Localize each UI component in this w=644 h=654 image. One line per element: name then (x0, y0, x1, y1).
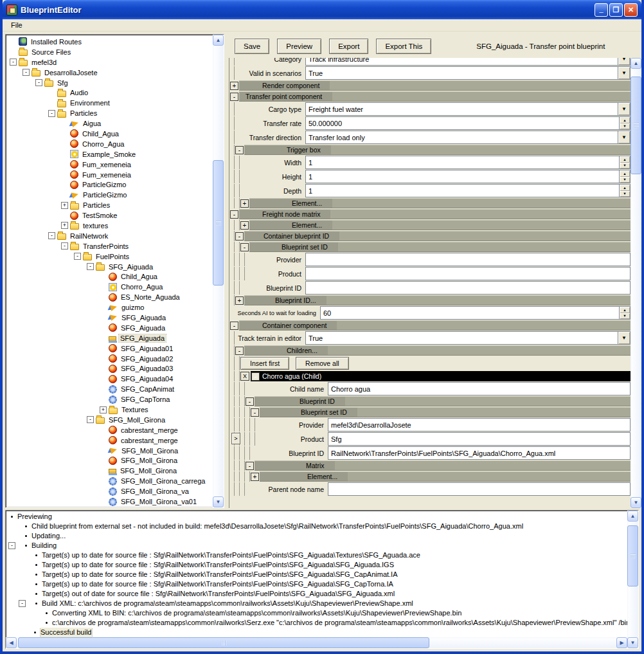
tree-item[interactable]: -mefel3d (6, 57, 213, 68)
log-line[interactable]: Target(s) up to date for source file : S… (6, 579, 627, 589)
section-header-bar[interactable]: Blueprint set ID (249, 242, 631, 252)
save-button[interactable]: Save (235, 39, 269, 54)
field-value[interactable] (305, 253, 631, 266)
spinner-control[interactable] (619, 307, 630, 319)
tree-scroll-track[interactable] (213, 46, 224, 496)
tree-item[interactable]: SFG_Aiguada (6, 333, 213, 343)
tree-item[interactable]: cabrestant_merge (6, 435, 213, 446)
field-value-text[interactable]: 1 (306, 173, 619, 181)
section-expander-icon[interactable]: - (235, 232, 244, 241)
tree-item-label[interactable]: SFG_Aiguada (120, 324, 166, 332)
log-hscroll-track[interactable] (17, 637, 616, 648)
tree-item[interactable]: -RailNetwork (6, 231, 213, 241)
tree-item-label[interactable]: SFG_Aiguada (119, 334, 166, 342)
tree-item-label[interactable]: ParticleGizmo (82, 191, 128, 199)
tree-item-label[interactable]: ParticleGizmo (81, 181, 127, 188)
child-expander-icon[interactable]: - (251, 372, 260, 381)
dropdown-arrow-icon[interactable] (618, 67, 630, 79)
tree-item-label[interactable]: Aigua (82, 120, 102, 127)
tree-item[interactable]: Aigua (6, 118, 213, 129)
scroll-left-icon[interactable] (6, 637, 17, 648)
field-value[interactable]: RailNetwork\TransferPoints\FuelPoints\SF… (328, 446, 631, 460)
section-header-bar[interactable]: Element... (249, 220, 631, 230)
field-value[interactable]: True (305, 331, 631, 345)
spin-up-icon[interactable] (620, 170, 630, 177)
scroll-up-icon[interactable] (627, 511, 638, 522)
remove-all-button[interactable]: Remove all (296, 357, 349, 370)
tree-item-label[interactable]: SFG_Aiguada (120, 314, 167, 322)
tree-item[interactable]: guizmo (6, 302, 213, 313)
tree-item[interactable]: -Sfg (6, 78, 213, 88)
tree-expander-icon[interactable]: - (35, 79, 42, 86)
field-value[interactable]: Freight fuel water (305, 102, 631, 116)
tree-item-label[interactable]: SFG_Moll_Girona_va (120, 487, 190, 495)
tree-item-label[interactable]: ES_Norte_Aguada (120, 293, 181, 301)
log-line[interactable]: Target(s) up to date for source file : S… (6, 560, 627, 570)
tree-expander-icon[interactable]: - (74, 253, 81, 260)
tree-expander-icon[interactable]: + (100, 406, 107, 413)
tree-item-label[interactable]: textures (82, 222, 109, 230)
dropdown-arrow-icon[interactable] (618, 332, 630, 344)
tree-item[interactable]: +Textures (6, 404, 213, 415)
tree-item-label[interactable]: RailNetwork (69, 232, 109, 240)
tree-item[interactable]: -Particles (6, 108, 213, 118)
field-value-text[interactable]: Freight fuel water (306, 105, 618, 113)
tree-vertical-scrollbar[interactable] (213, 35, 224, 507)
tree-item[interactable]: Fum_xemeneia (6, 159, 213, 170)
tree-item[interactable]: cabrestant_merge (6, 425, 213, 435)
log-line[interactable]: Previewing (6, 512, 627, 522)
field-value-text[interactable]: Sfg (328, 435, 630, 443)
tree-scroll-thumb[interactable] (213, 160, 224, 286)
close-button[interactable] (624, 3, 638, 17)
form-vertical-scrollbar[interactable] (631, 58, 641, 508)
spin-down-icon[interactable] (620, 313, 630, 320)
tree-item-label[interactable]: Particles (69, 109, 98, 117)
log-line[interactable]: Successful build (6, 628, 627, 637)
field-value-text[interactable]: 50.000000 (306, 120, 619, 127)
export-this-button[interactable]: Export This (376, 39, 431, 54)
log-line[interactable]: Converting XML to BIN: c:\archivos de pr… (6, 608, 627, 618)
tree-item-label[interactable]: Child_Agua (81, 130, 120, 138)
field-value[interactable]: Track infrastructure (305, 58, 631, 66)
tree-item[interactable]: Source Files (6, 47, 213, 57)
scroll-up-icon[interactable] (213, 35, 224, 46)
field-value[interactable]: Sfg (328, 432, 631, 446)
tree-item-label[interactable]: SFG_Moll_Girona_carrega (120, 477, 206, 485)
log-line[interactable]: c:\archivos de programa\steam\steamapps\… (6, 618, 627, 628)
field-value-text[interactable]: mefel3d\DesarrollaJosete (328, 421, 630, 429)
field-value-text[interactable]: 1 (306, 187, 619, 195)
section-header-bar[interactable]: Freight node matrix (239, 209, 631, 219)
section-header-bar[interactable]: Container component (239, 320, 631, 331)
field-value-text[interactable]: True (306, 69, 618, 77)
tree-item-label[interactable]: TestSmoke (81, 212, 118, 219)
tree-item[interactable]: Audio (6, 87, 213, 98)
tree-item[interactable]: SFG_Moll_Girona_carrega (6, 476, 213, 486)
tree-expander-icon[interactable]: + (61, 202, 68, 209)
tree-item-label[interactable]: Example_Smoke (81, 150, 137, 158)
tree-item-label[interactable]: SFG_Aiguada04 (120, 375, 174, 383)
tree-item[interactable]: -DesarrollaJosete (6, 68, 213, 78)
field-value-text[interactable]: 60 (321, 309, 619, 317)
tree-item-label[interactable]: SFG_Aiguada01 (120, 345, 174, 352)
tree-item-label[interactable]: Fum_xemeneia (81, 171, 132, 179)
minimize-button[interactable] (595, 3, 608, 17)
scroll-down-icon[interactable] (213, 496, 224, 507)
field-value[interactable] (305, 281, 631, 295)
section-expander-icon[interactable]: + (240, 199, 249, 208)
section-expander-icon[interactable]: - (246, 397, 254, 406)
log-line[interactable]: Updating... (6, 531, 627, 541)
tree-item-label[interactable]: SFG_Moll_Girona (120, 457, 179, 464)
tree-item[interactable]: SFG_Aiguada02 (6, 354, 213, 364)
spinner-control[interactable] (619, 170, 630, 183)
section-header-bar[interactable]: Blueprint set ID (260, 407, 631, 417)
section-expander-icon[interactable]: - (246, 462, 254, 470)
tree-item[interactable]: SFG_CapAnimat (6, 384, 213, 394)
spin-up-icon[interactable] (620, 117, 630, 123)
tree-item[interactable]: TestSmoke (6, 210, 213, 221)
tree-item[interactable]: Child_Agua (6, 271, 213, 282)
tree-item[interactable]: -TransferPoints (6, 241, 213, 251)
scroll-right-icon[interactable] (616, 637, 627, 648)
field-value[interactable]: 60 (320, 306, 631, 320)
insert-first-button[interactable]: Insert first (240, 357, 289, 370)
dropdown-arrow-icon[interactable] (618, 131, 630, 143)
